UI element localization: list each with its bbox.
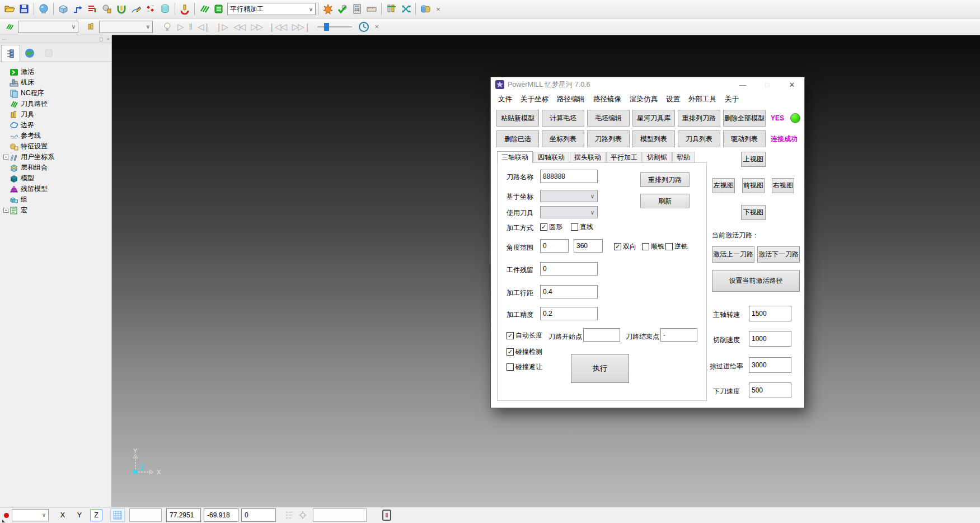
activate-prev-button[interactable]: 激活上一刀路 <box>712 246 754 263</box>
execute-button[interactable]: 执行 <box>571 354 629 383</box>
drive-list-button[interactable]: 驱动列表 <box>723 130 766 147</box>
axis-y-button[interactable]: Y <box>73 509 86 521</box>
calc-block-button[interactable]: 计算毛坯 <box>542 110 584 127</box>
sim-toolpath-combo[interactable]: ∨ <box>18 21 78 33</box>
models-cylinders-icon[interactable] <box>419 2 432 16</box>
tab-help[interactable]: 帮助 <box>672 152 695 163</box>
path-start-input[interactable] <box>583 328 620 342</box>
go-end-icon[interactable]: ▷▷❘ <box>289 22 313 32</box>
drill-icon[interactable] <box>178 2 191 16</box>
tree-item-tools[interactable]: 刀具 <box>3 109 111 120</box>
collision-check-checkbox[interactable]: ✓碰撞检测 <box>507 347 542 357</box>
strategy-list-icon[interactable] <box>212 2 226 16</box>
tool-holder-icon[interactable] <box>115 2 128 16</box>
feeds-speeds-icon[interactable] <box>86 2 99 16</box>
model-list-button[interactable]: 模型列表 <box>632 130 675 147</box>
xyz-list-icon[interactable] <box>285 511 294 520</box>
activate-next-button[interactable]: 激活下一刀路 <box>757 246 800 263</box>
menu-coords[interactable]: 关于坐标 <box>521 95 548 104</box>
tree-item-nc-programs[interactable]: NC程序 <box>3 88 111 99</box>
tolerance-input[interactable] <box>540 307 598 320</box>
tree-item-macros[interactable]: +宏 <box>3 205 111 216</box>
maximize-icon[interactable]: □ <box>755 81 780 89</box>
set-active-path-button[interactable]: 设置当前激活路径 <box>712 270 800 292</box>
tool-pin-icon[interactable] <box>385 2 398 16</box>
tree-item-stock-models[interactable]: 残留模型 <box>3 184 111 194</box>
tree-item-workplanes[interactable]: +用户坐标系 <box>3 152 111 162</box>
tab-4axis[interactable]: 四轴联动 <box>533 152 569 163</box>
axis-z-button[interactable]: Z <box>90 509 102 521</box>
tool-shank-icon[interactable] <box>100 2 114 16</box>
calculator-icon[interactable] <box>350 2 364 16</box>
step-forward-icon[interactable]: ❘▷ <box>213 22 231 32</box>
status-combo[interactable]: ∨ <box>12 509 49 521</box>
grid-toggle-icon[interactable] <box>110 508 125 522</box>
conventional-mill-checkbox[interactable]: 逆铣 <box>665 242 688 251</box>
points-icon[interactable] <box>144 2 157 16</box>
transform-x-icon[interactable] <box>399 2 412 16</box>
coord-z-input[interactable] <box>241 508 276 522</box>
locate-icon[interactable] <box>298 511 307 520</box>
edit-block-button[interactable]: 毛坯编辑 <box>587 110 630 127</box>
menu-render-sim[interactable]: 渲染仿真 <box>630 95 658 104</box>
cutting-speed-input[interactable] <box>749 331 791 347</box>
pause-icon[interactable]: ‖ <box>186 22 195 31</box>
slider-handle[interactable] <box>324 23 329 31</box>
refresh-button[interactable]: 刷新 <box>640 194 690 208</box>
menu-file[interactable]: 文件 <box>498 95 512 104</box>
fast-forward-icon[interactable]: ▷▷ <box>248 22 265 32</box>
close-panel-icon[interactable]: × <box>107 36 110 42</box>
tree-item-boundaries[interactable]: 边界 <box>3 120 111 130</box>
axis-x-button[interactable]: X <box>57 509 69 521</box>
expand-icon[interactable]: + <box>3 155 8 160</box>
use-tool-dropdown[interactable]: ∨ <box>540 206 598 218</box>
tree-item-feature-sets[interactable]: 特征设置 <box>3 141 111 152</box>
float-panel-icon[interactable]: ◻ <box>99 36 103 42</box>
toolpath-name-input[interactable] <box>540 170 598 183</box>
delete-all-models-button[interactable]: 删除全部模型 <box>723 110 766 127</box>
strategy-combo[interactable]: 平行精加工 ∨ <box>227 3 316 15</box>
lightbulb-icon[interactable] <box>161 20 174 34</box>
mode-circle-checkbox[interactable]: ✓圆形 <box>540 222 562 232</box>
step-back-icon[interactable]: ◁❘ <box>195 22 213 32</box>
shaded-ball-icon[interactable] <box>37 2 50 16</box>
bidirectional-checkbox[interactable]: ✓双向 <box>614 242 636 251</box>
coord-y-input[interactable] <box>204 508 238 522</box>
menu-path-mirror[interactable]: 路径镜像 <box>593 95 621 104</box>
tree-item-patterns[interactable]: 参考线 <box>3 130 111 141</box>
dialog-titlebar[interactable]: PowerMILL 忆梦星河 7.0.6 — □ ✕ <box>491 77 804 92</box>
spindle-speed-input[interactable] <box>749 306 791 321</box>
play-icon[interactable]: ▷ <box>175 22 186 32</box>
curve-editor-icon[interactable] <box>129 2 143 16</box>
delete-selected-button[interactable]: 删除已选 <box>496 130 539 147</box>
collision-star-icon[interactable] <box>321 2 335 16</box>
tree-item-machine[interactable]: 机床 <box>3 77 111 88</box>
skim-feed-input[interactable] <box>749 357 791 373</box>
menu-path-edit[interactable]: 路径编辑 <box>557 95 585 104</box>
view-bottom-button[interactable]: 下视图 <box>741 205 766 220</box>
clock-icon[interactable] <box>357 20 371 34</box>
plunge-speed-input[interactable] <box>749 382 791 398</box>
rewind-icon[interactable]: ◁◁ <box>231 22 248 32</box>
expand-icon[interactable]: + <box>3 208 8 213</box>
toolbar-close-icon[interactable]: × <box>433 5 444 13</box>
tab-swivel[interactable]: 摆头联动 <box>570 152 606 163</box>
base-coord-dropdown[interactable]: ∨ <box>540 190 598 202</box>
path-end-input[interactable] <box>660 328 697 342</box>
tab-globe[interactable] <box>20 45 39 62</box>
stepover-input[interactable] <box>540 285 598 298</box>
sim-toolbar-close-icon[interactable]: × <box>371 22 382 31</box>
tree-item-toolpaths[interactable]: 刀具路径 <box>3 99 111 109</box>
view-right-button[interactable]: 右视图 <box>772 178 794 193</box>
menu-about[interactable]: 关于 <box>725 95 739 104</box>
menu-ext-tools[interactable]: 外部工具 <box>688 95 716 104</box>
simulate-check-icon[interactable] <box>336 2 349 16</box>
status-empty-input-1[interactable] <box>129 508 162 522</box>
view-top-button[interactable]: 上视图 <box>741 152 766 167</box>
coord-list-button[interactable]: 坐标列表 <box>542 130 584 147</box>
rearrange-button[interactable]: 重排列刀路 <box>640 172 690 187</box>
collision-avoid-checkbox[interactable]: 碰撞避让 <box>507 362 542 372</box>
tab-3axis[interactable]: 三轴联动 <box>497 151 533 163</box>
tool-list-button[interactable]: 刀具列表 <box>678 130 720 147</box>
tool-library-button[interactable]: 星河刀具库 <box>632 110 675 127</box>
